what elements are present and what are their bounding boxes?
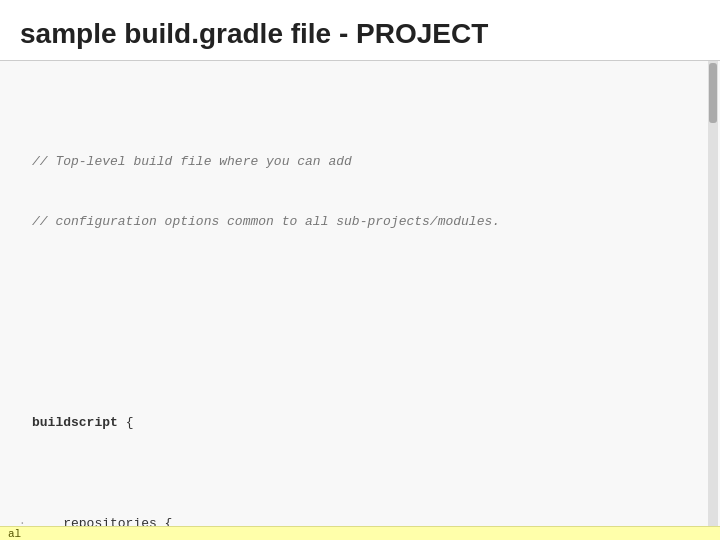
line-buildscript: buildscript { [10, 413, 710, 433]
line-repositories-1: · repositories { [10, 514, 710, 526]
code-block: // Top-level build file where you can ad… [10, 71, 710, 526]
page-title: sample build.gradle file - PROJECT [20, 18, 488, 49]
line-comment-1: // Top-level build file where you can ad… [10, 152, 710, 172]
line-empty-1 [10, 313, 710, 333]
line-comment-2: // configuration options common to all s… [10, 212, 710, 232]
scroll-thumb [709, 63, 717, 123]
bottom-bar-text: al [8, 528, 21, 540]
code-area[interactable]: // Top-level build file where you can ad… [0, 61, 720, 526]
scrollbar[interactable] [708, 61, 718, 526]
page: sample build.gradle file - PROJECT // To… [0, 0, 720, 540]
title-area: sample build.gradle file - PROJECT [0, 0, 720, 61]
bottom-bar: al [0, 526, 720, 540]
